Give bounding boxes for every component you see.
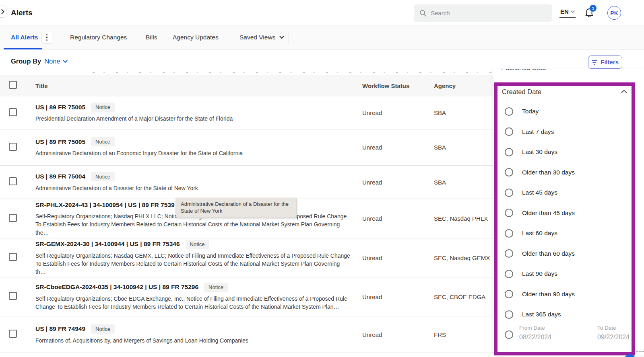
search-input[interactable] — [431, 10, 547, 16]
radio-button-icon[interactable] — [505, 148, 513, 156]
row-checkbox[interactable] — [9, 143, 17, 151]
tab-bills[interactable]: Bills — [146, 25, 157, 49]
notice-badge: Notice — [91, 324, 115, 334]
published-date-section-clipped: Published Date — [501, 69, 590, 72]
filter-option-label: Last 90 days — [522, 270, 557, 277]
radio-button-icon[interactable] — [505, 290, 513, 298]
filter-option-label: Last 45 days — [522, 189, 557, 196]
alert-title-link[interactable]: US | 89 FR 74949 — [35, 325, 85, 332]
filter-option-label: Last 7 days — [522, 128, 554, 135]
chevron-down-icon — [63, 60, 68, 63]
notification-count-badge: 1 — [590, 5, 597, 12]
tab-agency-updates[interactable]: Agency Updates — [173, 25, 219, 49]
notice-badge: Notice — [91, 172, 115, 181]
workflow-status-value: Unread — [362, 109, 434, 116]
to-date-input[interactable]: 09/22/2024 — [597, 334, 630, 341]
group-by-label: Group By — [11, 57, 41, 65]
tab-separator — [226, 31, 226, 44]
radio-button-icon[interactable] — [505, 127, 513, 136]
filter-option[interactable]: Older than 90 days — [505, 290, 575, 299]
created-date-options: Today Last 7 days Last 30 days Older tha… — [505, 107, 575, 330]
workflow-status-value: Unread — [362, 215, 434, 222]
chevron-up-icon[interactable] — [621, 90, 627, 93]
filter-option[interactable]: Last 90 days — [505, 269, 575, 278]
tooltip: Administrative Declaration of a Disaster… — [176, 198, 297, 218]
filter-option[interactable]: Older than 60 days — [505, 249, 575, 258]
notifications-button[interactable]: 1 — [584, 7, 595, 19]
from-date-label: From Date — [519, 325, 551, 331]
workflow-status-value: Unread — [362, 144, 434, 151]
avatar[interactable]: PK — [607, 6, 621, 20]
filter-option[interactable]: Last 60 days — [505, 229, 575, 238]
created-date-section-title: Created Date — [502, 88, 541, 96]
tab-all-alerts[interactable]: All Alerts — [11, 25, 38, 49]
row-checkbox[interactable] — [9, 330, 17, 338]
filter-panel: Published Date Created Date Today Last 7… — [493, 69, 644, 355]
chevron-down-icon — [279, 36, 284, 39]
notice-badge: Notice — [186, 240, 209, 249]
workflow-status-value: Unread — [362, 293, 434, 300]
filter-option[interactable]: Last 365 days — [505, 310, 575, 319]
workflow-status-value: Unread — [362, 179, 434, 186]
filter-option[interactable]: Last 7 days — [505, 127, 575, 136]
row-checkbox[interactable] — [9, 177, 17, 185]
row-checkbox[interactable] — [9, 214, 17, 222]
custom-range-radio[interactable] — [505, 330, 513, 339]
filter-option[interactable]: Last 30 days — [505, 148, 575, 156]
group-by-dropdown[interactable]: None — [44, 57, 67, 65]
radio-button-icon[interactable] — [505, 249, 513, 258]
notice-badge: Notice — [204, 283, 228, 292]
radio-button-icon[interactable] — [505, 310, 513, 319]
to-date-label: To Date — [597, 325, 630, 331]
select-all-checkbox[interactable] — [9, 81, 17, 89]
filter-option[interactable]: Older than 45 days — [505, 209, 575, 217]
app-header: Alerts EN 1 PK — [0, 0, 644, 25]
page-title: Alerts — [11, 8, 33, 17]
radio-button-icon[interactable] — [505, 189, 513, 197]
notice-badge: Notice — [91, 137, 115, 146]
alert-title-link[interactable]: US | 89 FR 75005 — [35, 104, 85, 111]
filter-option-label: Older than 90 days — [522, 291, 575, 298]
filter-option[interactable]: Last 45 days — [505, 188, 575, 197]
filter-option-label: Older than 60 days — [522, 250, 575, 257]
alert-title-link[interactable]: SR-GEMX-2024-30 | 34-100944 | US | 89 FR… — [35, 240, 180, 248]
filter-option[interactable]: Today — [505, 107, 575, 116]
search-icon — [419, 10, 427, 17]
filter-option-label: Last 365 days — [522, 311, 561, 318]
alert-description: Formations of, Acquisitions by, and Merg… — [35, 336, 350, 345]
tab-options-kebab-button[interactable] — [41, 31, 52, 44]
row-checkbox[interactable] — [9, 253, 17, 261]
alert-description: Administrative Declaration of an Economi… — [35, 149, 350, 157]
filter-option[interactable]: Older than 30 days — [505, 168, 575, 177]
alert-title-link[interactable]: US | 89 FR 75005 — [35, 138, 85, 146]
language-label: EN — [560, 8, 569, 15]
alert-title-link[interactable]: SR-PHLX-2024-43 | 34-100954 | US | 89 FR… — [35, 201, 175, 209]
language-selector[interactable]: EN — [559, 8, 576, 18]
from-date-input[interactable]: 08/22/2024 — [519, 334, 551, 341]
alert-description: Administrative Declaration of a Disaster… — [35, 184, 350, 192]
sidebar-expand-button[interactable] — [0, 6, 6, 18]
radio-button-icon[interactable] — [505, 107, 513, 116]
radio-button-icon[interactable] — [505, 270, 513, 278]
search-box[interactable] — [414, 4, 552, 22]
filter-option-label: Older than 45 days — [522, 209, 575, 217]
filters-label: Filters — [601, 59, 619, 66]
workflow-status-value: Unread — [362, 254, 434, 261]
row-checkbox[interactable] — [9, 108, 17, 116]
column-header-title[interactable]: Title — [35, 82, 362, 89]
alert-title-link[interactable]: SR-CboeEDGA-2024-035 | 34-100942 | US | … — [35, 283, 198, 291]
column-header-workflow-status[interactable]: Workflow Status — [362, 82, 434, 89]
radio-button-icon[interactable] — [505, 229, 513, 238]
radio-button-icon[interactable] — [505, 209, 513, 217]
chevron-right-icon — [1, 9, 4, 14]
filters-button[interactable]: Filters — [588, 55, 622, 69]
row-checkbox[interactable] — [9, 292, 17, 300]
alert-title-link[interactable]: US | 89 FR 75004 — [35, 173, 85, 180]
alert-description: Presidential Declaration Amendment of a … — [35, 115, 350, 123]
radio-button-icon[interactable] — [505, 168, 513, 176]
tab-regulatory-changes[interactable]: Regulatory Changes — [70, 25, 127, 49]
dashed-annotation-mark — [636, 351, 644, 352]
chevron-down-icon — [571, 10, 575, 13]
tab-saved-views[interactable]: Saved Views — [239, 25, 284, 49]
tab-separator — [289, 31, 289, 44]
